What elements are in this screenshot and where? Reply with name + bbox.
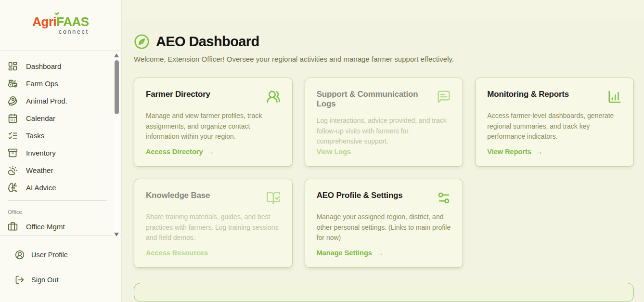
user-circle-icon	[15, 250, 25, 260]
bottom-panel	[134, 283, 634, 302]
sidebar-section-office: Office	[0, 201, 121, 218]
sprout-icon	[53, 11, 61, 20]
sidebar-item-label: Inventory	[26, 149, 56, 157]
top-bar	[122, 0, 644, 20]
brand-logo[interactable]: AgriFAAS connect	[0, 0, 121, 51]
card-aeo-profile-settings: AEO Profile & Settings Manage your assig…	[305, 179, 464, 268]
sidebar-item-farm-ops[interactable]: Farm Ops	[0, 75, 121, 92]
settings-sliders-icon	[437, 191, 451, 205]
briefcase-icon	[8, 222, 18, 232]
footer-item-label: User Profile	[31, 251, 68, 259]
brand-subtitle: connect	[32, 28, 89, 35]
user-profile-button[interactable]: User Profile	[0, 245, 121, 264]
access-resources-link[interactable]: Access Resources	[146, 249, 281, 257]
calendar-icon	[8, 113, 18, 123]
sidebar-item-animal-prod[interactable]: Animal Prod.	[0, 92, 121, 109]
page-subtitle: Welcome, Extension Officer! Oversee your…	[134, 55, 634, 63]
card-knowledge-base: Knowledge Base Share training materials,…	[134, 179, 293, 268]
scrollbar-down-arrow-icon[interactable]	[114, 233, 119, 236]
card-monitoring-reports: Monitoring & Reports Access farmer-level…	[475, 78, 634, 167]
card-description: Manage and view farmer profiles, track a…	[146, 111, 281, 142]
sidebar-item-calendar[interactable]: Calendar	[0, 109, 121, 127]
sign-out-button[interactable]: Sign Out	[0, 270, 121, 289]
scrollbar-up-arrow-icon[interactable]	[114, 53, 119, 57]
sidebar-item-weather[interactable]: Weather	[0, 161, 121, 179]
scrollbar-thumb[interactable]	[115, 60, 119, 114]
page-header: AEO Dashboard	[134, 34, 634, 50]
sidebar-item-label: AI Advice	[26, 184, 56, 192]
bar-chart-icon	[607, 90, 622, 104]
sidebar-item-label: Animal Prod.	[26, 97, 67, 105]
card-description: Share training materials, guides, and be…	[146, 212, 281, 243]
manage-settings-link[interactable]: Manage Settings→	[317, 249, 451, 257]
card-title: Support & Communication Logs	[317, 90, 432, 109]
card-title: AEO Profile & Settings	[317, 191, 403, 200]
page-title: AEO Dashboard	[156, 34, 259, 50]
card-farmer-directory: Farmer Directory Manage and view farmer …	[134, 78, 293, 167]
sidebar-item-label: Weather	[26, 166, 53, 174]
card-description: Log interactions, advice provided, and t…	[317, 116, 451, 147]
sidebar-item-label: Tasks	[26, 131, 44, 140]
cloud-sun-icon	[8, 165, 18, 175]
dashboard-icon	[8, 61, 18, 71]
dashboard-content: AEO Dashboard Welcome, Extension Officer…	[122, 20, 644, 302]
card-support-logs: Support & Communication Logs Log interac…	[305, 78, 464, 167]
card-grid: Farmer Directory Manage and view farmer …	[134, 78, 634, 268]
main-area: AEO Dashboard Welcome, Extension Officer…	[122, 0, 644, 302]
archive-box-icon	[8, 148, 18, 158]
arrow-right-icon: →	[536, 148, 543, 156]
sidebar-item-inventory[interactable]: Inventory	[0, 144, 121, 161]
brain-circuit-icon	[8, 183, 18, 193]
card-title: Monitoring & Reports	[487, 90, 569, 99]
sign-out-icon	[15, 275, 25, 285]
tractor-icon	[8, 79, 18, 89]
sidebar: AgriFAAS connect Dashboard Farm Ops Anim…	[0, 0, 122, 302]
sidebar-item-ai-advice[interactable]: AI Advice	[0, 179, 121, 196]
view-reports-link[interactable]: View Reports→	[487, 148, 622, 156]
beef-icon	[8, 96, 18, 106]
users-icon	[266, 90, 281, 104]
view-logs-link[interactable]: View Logs	[317, 148, 451, 156]
sidebar-item-office-mgmt[interactable]: Office Mgmt	[0, 218, 121, 235]
list-checks-icon	[8, 131, 18, 141]
message-square-icon	[437, 90, 451, 104]
sidebar-item-label: Office Mgmt	[26, 223, 65, 231]
sidebar-item-tasks[interactable]: Tasks	[0, 127, 121, 144]
arrow-right-icon: →	[207, 148, 215, 156]
sidebar-item-label: Farm Ops	[26, 79, 58, 88]
sidebar-scrollbar[interactable]	[114, 53, 120, 237]
sidebar-item-dashboard[interactable]: Dashboard	[0, 57, 121, 75]
card-title: Farmer Directory	[146, 90, 210, 99]
access-directory-link[interactable]: Access Directory→	[146, 148, 281, 156]
book-open-check-icon	[266, 191, 281, 205]
sidebar-footer: User Profile Sign Out	[0, 235, 121, 302]
leaf-circle-icon	[134, 34, 150, 50]
card-title: Knowledge Base	[146, 191, 210, 200]
footer-item-label: Sign Out	[31, 276, 58, 284]
card-description: Manage your assigned region, district, a…	[317, 212, 451, 243]
arrow-right-icon: →	[376, 249, 384, 257]
sidebar-item-label: Calendar	[26, 114, 55, 122]
sidebar-item-label: Dashboard	[26, 62, 61, 70]
card-description: Access farmer-level dashboards, generate…	[487, 111, 622, 142]
sidebar-nav: Dashboard Farm Ops Animal Prod. Calendar…	[0, 51, 121, 235]
